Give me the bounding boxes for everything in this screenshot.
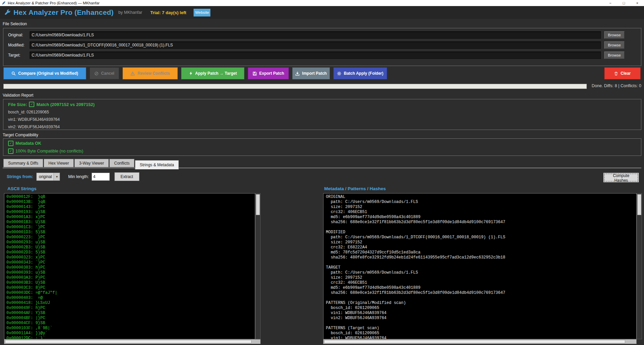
metadata-horizontal-scrollbar[interactable] [323,339,637,344]
tab-summary-diffs[interactable]: Summary & Diffs [3,159,43,167]
ascii-string-row[interactable]: 0x000002D3: 5}SB [6,250,255,255]
compare-button[interactable]: Compare (Original vs Modified) [3,67,86,79]
tab-bar: Summary & Diffs Hex Viewer 3-Way Viewer … [3,159,179,169]
target-path-input[interactable] [30,51,601,59]
review-conflicts-button[interactable]: Review Conflicts [123,67,178,79]
ascii-string-row[interactable]: 0x00000343: `}PC [6,260,255,265]
cancel-button[interactable]: Cancel [90,67,119,79]
metadata-line: ORIGINAL [326,195,636,200]
clear-button[interactable]: Clear [604,67,641,79]
scrollbar-thumb[interactable] [256,194,260,215]
metadata-text-area[interactable]: ORIGINAL path: C:/Users/m0569/Downloads/… [323,193,637,339]
modified-browse-button[interactable]: Browse [604,41,624,49]
window-title: Hex Analyzer & Patcher Pro (Enhanced) — … [8,1,100,5]
ascii-string-row[interactable]: 0x0000013B: }qB [6,200,255,205]
metadata-line: path: C:/Users/m0569/Downloads/1.FLS [326,200,636,205]
ascii-string-row[interactable]: 0x0000012F: }qB [6,195,255,200]
ascii-string-row[interactable]: 0x00000223: }PC [6,235,255,240]
app-window: Hex Analyzer & Patcher Pro (Enhanced) — … [0,0,644,345]
batch-apply-button[interactable]: Batch Apply (Folder) [333,67,387,79]
tab-conflicts[interactable]: Conflicts [109,159,134,167]
maximize-button[interactable]: □ [617,0,631,6]
ascii-string-row[interactable]: 0x000003C3: 8}PC [6,285,255,290]
ascii-strings-vertical-scrollbar[interactable] [255,193,261,339]
ascii-string-row[interactable]: 0x000003B3: U}SB [6,280,255,285]
extract-button[interactable]: Extract [114,172,139,181]
metadata-line: bosch_id: 0261209065 [326,331,636,336]
strings-source-combobox[interactable]: original ▼ [36,173,60,181]
export-patch-button[interactable]: Export Patch [248,67,289,79]
tab-hex-viewer[interactable]: Hex Viewer [44,159,74,167]
metadata-line: md5: e6b909aef77d4d9dbe0598a43c401889 [326,215,636,220]
scrollbar-thumb[interactable] [324,340,625,343]
original-browse-button[interactable]: Browse [604,31,624,39]
import-down-arrow-icon [295,71,300,76]
ascii-string-row[interactable]: 0x00000143: }PC [6,205,255,210]
ascii-string-row[interactable]: 0x000004AF: Y}SB [6,311,255,316]
magnifier-icon [11,71,16,76]
metadata-line: md5: 78fc5d720d4327d9ccf10d5c1ed3a8ca [326,250,636,255]
ascii-string-row[interactable]: 0x000012DC: :`}` [6,336,255,339]
metadata-line: vin1: WDBUF56J46A939764 [326,311,636,316]
modified-label: Modified: [8,43,30,47]
ascii-string-row[interactable]: 0x000001C3: `}PC [6,225,255,230]
tab-strings-metadata[interactable]: Strings & Metadata [135,160,179,169]
scrollbar-thumb[interactable] [637,194,641,215]
import-patch-button[interactable]: Import Patch [292,67,330,79]
status-text: Done. Diffs: 8 | Conflicts: 0 [589,83,641,88]
circle-slash-icon [94,71,99,76]
ascii-string-row[interactable]: 0x000003A3: P}PC [6,275,255,280]
byte-compatible-checkbox-icon [8,148,13,154]
metadata-vertical-scrollbar[interactable] [637,193,642,339]
byline: by MKhanfar [118,10,142,15]
ascii-string-row[interactable]: 0x000001D3: 5}SB [6,230,255,235]
ascii-string-row[interactable]: 0x00000403: =@ [6,296,255,301]
metadata-line [326,225,636,230]
close-button[interactable]: × [631,0,644,6]
original-path-input[interactable] [30,31,601,39]
ascii-string-row[interactable]: 0x00000323: x}PC [6,255,255,260]
validation-line: vin1: WDBUF56J46A939764 [8,117,636,122]
ascii-string-row[interactable]: 0x000004CF: 9}SB [6,321,255,326]
ascii-strings-horizontal-scrollbar[interactable] [4,339,261,344]
metadata-line: size: 2097152 [326,275,636,280]
compute-hashes-button[interactable]: Compute Hashes [603,173,639,182]
ascii-string-row[interactable]: 0x00000393: u}SB [6,270,255,275]
ascii-string-row[interactable]: 0x00000383: h}PC [6,265,255,270]
ascii-strings-title: ASCII Strings [7,186,36,191]
ascii-string-row[interactable]: 0x00000193: u}SB [6,210,255,215]
byte-compatible-text: 100% Byte Compatible (no conflicts) [15,149,83,153]
scrollbar-thumb[interactable] [5,340,251,343]
ascii-string-row[interactable]: 0x000001A3: x}PC [6,215,255,220]
tab-3way-viewer[interactable]: 3-Way Viewer [74,159,109,167]
min-length-input[interactable] [92,173,110,181]
ascii-string-row[interactable]: 0x00000418: }LSxUJ [6,301,255,306]
metadata-line: crc32: 406ECB51 [326,280,636,285]
target-browse-button[interactable]: Browse [604,51,624,59]
ascii-string-row[interactable]: 0x00000293: u}SB [6,240,255,245]
metadata-line: PATTERNS (Original/Modified scan) [326,301,636,306]
metadata-line [326,260,636,265]
floppy-icon [252,71,257,76]
website-button[interactable]: Website [194,9,210,16]
byte-compatible-row: 100% Byte Compatible (no conflicts) [8,148,636,154]
ascii-string-row[interactable]: 0x000001B3: U}SB [6,220,255,225]
ascii-string-row[interactable]: 0x0000103F: ,8`9B|` [6,326,255,331]
window-controls: − □ × [604,0,644,6]
feather-app-icon [2,1,6,5]
gear-icon [337,71,341,76]
chevron-down-icon[interactable]: ▼ [54,173,60,180]
ascii-strings-list[interactable]: 0x0000012F: }qB0x0000013B: }qB0x00000143… [4,193,255,339]
ascii-string-row[interactable]: 0x000004BF: |}PC [6,316,255,321]
minimize-button[interactable]: − [604,0,617,6]
apply-patch-button[interactable]: Apply Patch → Target [181,67,244,79]
ascii-string-row[interactable]: 0x0000049F: h}PC [6,306,255,311]
ascii-string-row[interactable]: 0x000011A4: })@y` [6,331,255,336]
warning-icon [130,71,135,76]
ascii-string-row[interactable]: 0x000002B3: U}SB [6,245,255,250]
ascii-string-row[interactable]: 0x000003DC: =@"faJ"f| [6,290,255,296]
target-label: Target: [8,53,30,58]
validation-report-group: File Size: Match (2097152 vs 2097152) bo… [3,99,641,130]
validation-line: bosch_id: 0261209065 [8,110,636,114]
modified-path-input[interactable] [30,41,601,49]
